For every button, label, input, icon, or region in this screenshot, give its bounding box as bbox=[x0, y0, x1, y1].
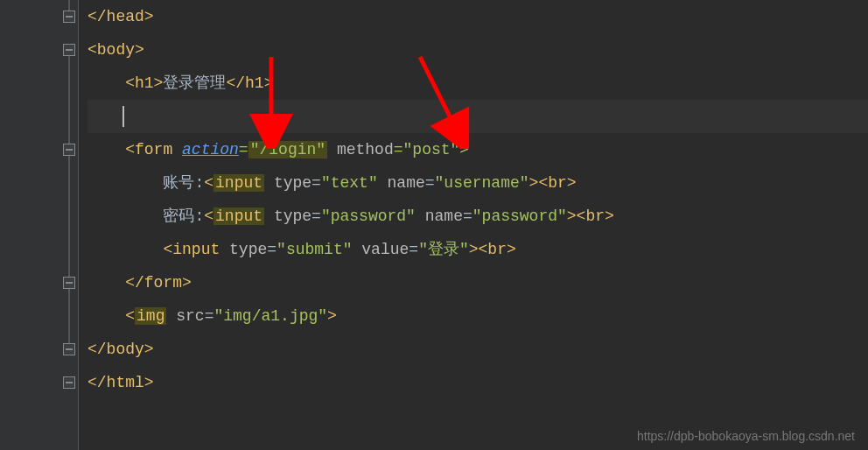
code-line: <img src="img/a1.jpg"> bbox=[88, 299, 868, 333]
code-line: </form> bbox=[88, 266, 868, 299]
highlighted-input: input bbox=[214, 174, 264, 192]
watermark: https://dpb-bobokaoya-sm.blog.csdn.net bbox=[637, 429, 855, 443]
code-line-active bbox=[88, 100, 868, 133]
code-line: <form action="/login" method="post"> bbox=[88, 133, 868, 166]
code-line: </head> bbox=[88, 0, 868, 33]
fold-marker[interactable] bbox=[63, 44, 75, 56]
code-line: 账号:<input type="text" name="username"><b… bbox=[88, 166, 868, 200]
text-cursor bbox=[122, 106, 124, 127]
fold-marker[interactable] bbox=[63, 11, 75, 23]
editor-container: </head> <body> <h1>登录管理</h1> <form actio… bbox=[0, 0, 868, 450]
fold-marker[interactable] bbox=[63, 343, 75, 355]
code-line: </html> bbox=[88, 366, 868, 399]
code-area[interactable]: </head> <body> <h1>登录管理</h1> <form actio… bbox=[79, 0, 868, 450]
fold-marker[interactable] bbox=[63, 144, 75, 156]
highlighted-input: input bbox=[214, 207, 264, 225]
fold-marker[interactable] bbox=[63, 277, 75, 289]
code-line: <input type="submit" value="登录"><br> bbox=[88, 233, 868, 266]
highlighted-login: "/login" bbox=[248, 141, 327, 158]
fold-marker[interactable] bbox=[63, 376, 75, 389]
action-attribute[interactable]: action bbox=[182, 141, 239, 158]
gutter bbox=[0, 0, 79, 450]
code-line: <h1>登录管理</h1> bbox=[88, 67, 868, 100]
code-line: 密码:<input type="password" name="password… bbox=[88, 200, 868, 233]
highlighted-img: img bbox=[135, 307, 166, 325]
code-line: <body> bbox=[88, 33, 868, 67]
code-line: </body> bbox=[88, 333, 868, 366]
